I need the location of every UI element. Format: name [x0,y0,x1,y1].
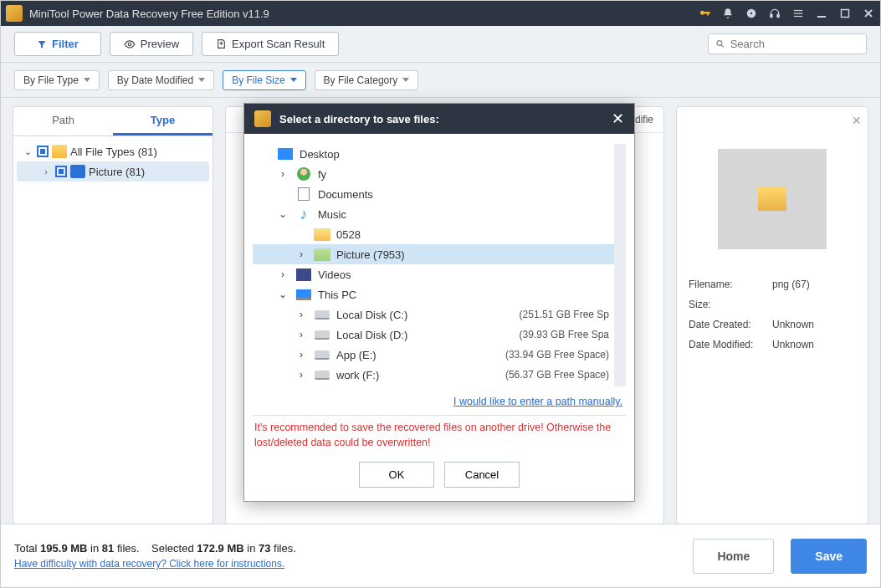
directory-label: work (F:) [336,369,500,381]
save-directory-modal: Select a directory to save files: ✕ Desk… [243,103,635,502]
directory-label: App (E:) [336,349,500,361]
directory-label: Local Disk (C:) [336,309,515,321]
directory-label: Local Disk (D:) [336,329,515,341]
directory-row[interactable]: ›Picture (7953) [253,244,614,264]
modal-header: Select a directory to save files: ✕ [244,104,634,134]
chevron-icon: › [295,329,308,340]
cancel-button[interactable]: Cancel [444,462,520,488]
directory-row[interactable]: ⌄This PC [253,284,614,304]
directory-label: Documents [318,188,604,201]
directory-label: Videos [318,268,604,281]
free-space: (251.51 GB Free Sp [520,309,609,320]
directory-row[interactable]: ›fy [253,164,614,184]
close-icon[interactable]: ✕ [612,110,624,128]
free-space: (33.94 GB Free Space) [505,349,609,360]
directory-label: Picture (7953) [336,248,604,261]
directory-label: 0528 [336,228,604,241]
directory-label: Music [318,208,604,221]
directory-row[interactable]: ›Videos [253,264,614,284]
chevron-icon: › [276,268,289,280]
app-icon [254,110,271,127]
modal-title: Select a directory to save files: [279,113,603,125]
chevron-icon: › [295,248,308,260]
warning-text: It's recommended to save the recovered f… [253,415,626,462]
chevron-icon: › [295,369,308,381]
chevron-icon: ⌄ [276,289,289,300]
manual-path-link[interactable]: I would like to enter a path manually. [453,396,622,407]
chevron-icon: › [295,349,308,360]
directory-row[interactable]: Documents [253,184,614,204]
directory-row[interactable]: ›Local Disk (D:)(39.93 GB Free Spa [253,325,614,345]
directory-label: fy [318,168,604,181]
ok-button[interactable]: OK [359,462,434,488]
directory-row[interactable]: ⌄♪Music [253,204,614,224]
directory-label: This PC [318,289,604,301]
directory-row[interactable]: ›Local Disk (C:)(251.51 GB Free Sp [253,304,614,325]
chevron-icon: ⌄ [276,208,289,220]
directory-tree[interactable]: Desktop›fyDocuments⌄♪Music0528›Picture (… [253,144,626,386]
directory-row[interactable]: ›work (F:)(56.37 GB Free Space) [253,365,614,385]
directory-label: Desktop [300,148,604,161]
chevron-icon: › [276,168,289,180]
directory-row[interactable]: ›App (E:)(33.94 GB Free Space) [253,345,614,365]
chevron-icon: › [295,309,308,320]
free-space: (39.93 GB Free Spa [520,329,609,340]
directory-row[interactable]: 0528 [253,224,614,244]
directory-row[interactable]: Desktop [253,144,614,164]
free-space: (56.37 GB Free Space) [505,369,609,381]
